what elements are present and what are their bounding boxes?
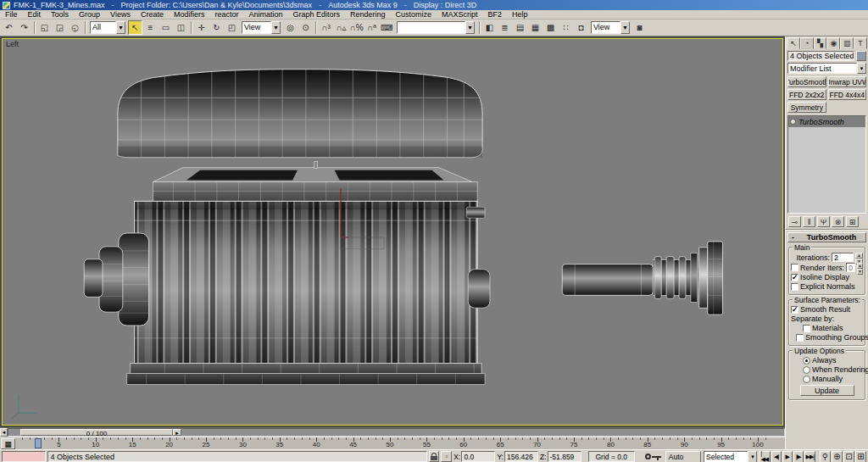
curve-editor-icon[interactable]: ▦	[528, 20, 542, 35]
x-coordinate-field[interactable]: 0.0	[461, 451, 495, 462]
iterations-field[interactable]: 2	[832, 253, 854, 262]
modifier-button-symmetry[interactable]: Symmetry	[787, 102, 826, 113]
menu-file[interactable]: File	[0, 10, 23, 19]
modifier-stack-list[interactable]: TurboSmooth	[787, 115, 866, 214]
chevron-down-icon[interactable]: ▼	[620, 21, 630, 34]
chevron-down-icon[interactable]: ▼	[271, 21, 281, 34]
menu-reactor[interactable]: reactor	[209, 10, 243, 19]
chevron-down-icon[interactable]: ▼	[748, 451, 757, 462]
menu-maxscript[interactable]: MAXScript	[437, 10, 483, 19]
redo-icon[interactable]: ↷	[17, 20, 31, 35]
remove-modifier-icon[interactable]: ⊗	[832, 216, 844, 227]
menu-animation[interactable]: Animation	[243, 10, 287, 19]
menu-graph-editors[interactable]: Graph Editors	[288, 10, 346, 19]
menu-group[interactable]: Group	[74, 10, 105, 19]
time-slider-track[interactable]: 0 / 100 ►	[8, 428, 785, 437]
menu-views[interactable]: Views	[105, 10, 136, 19]
menu-create[interactable]: Create	[136, 10, 169, 19]
frame-counter[interactable]: 0 / 100	[20, 429, 173, 436]
time-slider-next-button[interactable]: ►	[173, 429, 181, 436]
select-and-manipulate-icon[interactable]: ⊙	[298, 20, 313, 35]
angle-snap-toggle-icon[interactable]: ∩▵	[334, 20, 348, 35]
tab-display[interactable]: ▥	[840, 37, 854, 49]
track-bar-ruler[interactable]: 5101520253035404550556065707580859095100	[16, 437, 768, 449]
tab-create[interactable]: ↖	[787, 37, 800, 49]
configure-modifier-sets-icon[interactable]: ⊞	[846, 216, 859, 227]
bind-to-space-warp-icon[interactable]: ◵	[68, 20, 82, 35]
set-keys-button[interactable]	[643, 451, 664, 462]
window-crossing-icon[interactable]: ◫	[174, 20, 188, 35]
spinner-snap-toggle-icon[interactable]: ∩ª	[364, 20, 379, 35]
pin-stack-icon[interactable]: ⊸	[788, 216, 801, 227]
tab-motion[interactable]: ◉	[826, 37, 840, 49]
next-frame-button[interactable]: |▶	[793, 451, 804, 462]
reference-coordinate-system-dropdown[interactable]: View▼	[242, 21, 281, 34]
select-and-scale-icon[interactable]: ◰	[225, 20, 239, 35]
explicit-normals-checkbox[interactable]	[791, 283, 798, 291]
select-by-name-icon[interactable]: ≡	[143, 20, 158, 35]
go-to-start-button[interactable]: |◀◀	[759, 451, 770, 462]
object-name-field[interactable]: 4 Objects Selected	[787, 51, 854, 61]
chevron-down-icon[interactable]: ▼	[116, 21, 125, 34]
select-and-rotate-icon[interactable]: ↻	[209, 20, 224, 35]
menu-rendering[interactable]: Rendering	[345, 10, 391, 19]
align-icon[interactable]: ≣	[498, 20, 512, 35]
zoom-all-icon[interactable]: ⊕	[832, 451, 843, 462]
render-scene-icon[interactable]: ◘	[574, 20, 588, 35]
select-object-icon[interactable]: ↖	[128, 20, 142, 35]
make-unique-icon[interactable]: Ψ	[817, 216, 830, 227]
selection-filter-dropdown[interactable]: All▼	[90, 21, 125, 34]
modifier-button-turbosmooth[interactable]: TurboSmooth	[787, 76, 826, 87]
use-pivot-point-center-icon[interactable]: ◎	[283, 20, 298, 35]
zoom-icon[interactable]: ⚲	[820, 451, 831, 462]
menu-customize[interactable]: Customize	[391, 10, 437, 19]
smooth-result-checkbox[interactable]	[791, 306, 798, 314]
menu-modifiers[interactable]: Modifiers	[169, 10, 210, 19]
mirror-icon[interactable]: ◧	[482, 20, 497, 35]
menu-help[interactable]: Help	[507, 10, 533, 19]
auto-key-button[interactable]: Auto Key	[665, 451, 701, 462]
modifier-enabled-bulb-icon[interactable]	[790, 119, 796, 125]
key-filter-dropdown[interactable]: Selected ▼	[704, 451, 757, 462]
menu-edit[interactable]: Edit	[23, 10, 47, 19]
modifier-button-ffd-2x2x2[interactable]: FFD 2x2x2	[787, 89, 826, 100]
layer-manager-icon[interactable]: ▤	[513, 20, 527, 35]
render-iters-spinner[interactable]: ▲▼	[857, 263, 863, 272]
modifier-button-unwrap-uvw[interactable]: Unwrap UVW	[828, 76, 867, 87]
show-end-result-icon[interactable]: ‖	[803, 216, 815, 227]
update-always-radio[interactable]	[803, 357, 810, 365]
maxscript-mini-listener[interactable]	[2, 451, 46, 462]
selection-lock-toggle[interactable]	[429, 451, 440, 462]
percent-snap-toggle-icon[interactable]: ∩%	[349, 20, 364, 35]
tab-hierarchy[interactable]: ▚	[814, 37, 827, 49]
iterations-spinner[interactable]: ▲▼	[855, 253, 863, 262]
materials-checkbox[interactable]	[803, 325, 810, 332]
modifier-list-dropdown[interactable]: Modifier List ▼	[787, 63, 866, 74]
zoom-extents-all-icon[interactable]: ⊞	[855, 451, 866, 462]
update-manually-radio[interactable]	[803, 376, 810, 383]
modifier-button-ffd-4x4x4[interactable]: FFD 4x4x4	[828, 89, 867, 100]
viewport-canvas[interactable]: Left	[2, 38, 783, 426]
object-color-swatch[interactable]	[856, 51, 866, 61]
named-selection-sets-dropdown[interactable]: ▼	[397, 21, 475, 34]
isoline-display-checkbox[interactable]	[791, 274, 798, 281]
snaps-toggle-icon[interactable]: ∩³	[319, 20, 333, 35]
time-slider-prev-button[interactable]: ◄	[0, 428, 8, 437]
stack-item-turbosmooth[interactable]: TurboSmooth	[788, 116, 865, 127]
update-button[interactable]: Update	[800, 385, 854, 396]
select-and-move-icon[interactable]: ✛	[194, 20, 209, 35]
render-iters-field[interactable]: 0	[846, 263, 855, 272]
smoothing-groups-checkbox[interactable]	[796, 334, 804, 342]
turbosmooth-rollout-header[interactable]: - TurboSmooth	[787, 232, 866, 242]
viewport-label[interactable]: Left	[6, 40, 19, 48]
play-animation-button[interactable]: ▶	[782, 451, 793, 462]
rectangular-selection-region-icon[interactable]: ▭	[159, 20, 173, 35]
update-when-rendering-radio[interactable]	[803, 366, 810, 374]
time-slider-handle[interactable]: 0 / 100 ►	[20, 429, 181, 436]
quick-render-icon[interactable]: ◙	[632, 20, 647, 35]
render-iters-checkbox[interactable]	[791, 264, 798, 271]
schematic-view-icon[interactable]: ▩	[543, 20, 558, 35]
undo-icon[interactable]: ↶	[2, 20, 16, 35]
menu-tools[interactable]: Tools	[46, 10, 74, 19]
zoom-extents-icon[interactable]: ⊡	[843, 451, 854, 462]
